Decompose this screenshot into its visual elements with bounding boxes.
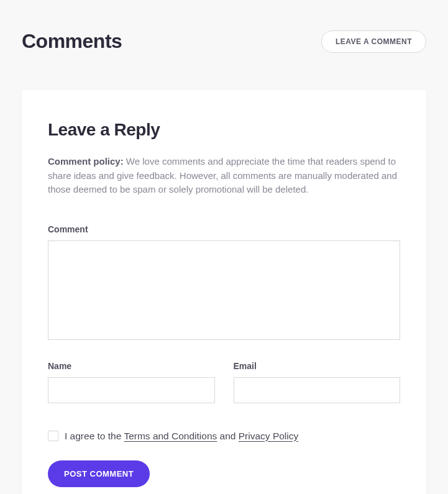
agree-middle: and [217, 431, 238, 441]
email-input[interactable] [234, 377, 401, 403]
policy-label: Comment policy: [48, 156, 124, 167]
name-input[interactable] [48, 377, 215, 403]
comments-title: Comments [22, 30, 122, 53]
comment-label: Comment [48, 224, 400, 234]
agree-checkbox[interactable] [48, 431, 58, 441]
leave-comment-button[interactable]: LEAVE A COMMENT [321, 30, 426, 53]
agree-row: I agree to the Terms and Conditions and … [48, 431, 400, 442]
email-label: Email [234, 361, 401, 371]
comment-textarea[interactable] [48, 240, 400, 340]
name-label: Name [48, 361, 215, 371]
name-col: Name [48, 361, 215, 403]
name-email-row: Name Email [48, 361, 400, 403]
reply-title: Leave a Reply [48, 120, 400, 140]
page-container: Comments LEAVE A COMMENT Leave a Reply C… [0, 0, 448, 494]
terms-link[interactable]: Terms and Conditions [124, 431, 217, 441]
reply-card: Leave a Reply Comment policy: We love co… [22, 90, 426, 494]
header-row: Comments LEAVE A COMMENT [0, 0, 448, 53]
privacy-link[interactable]: Privacy Policy [239, 431, 298, 441]
post-comment-button[interactable]: POST COMMENT [48, 460, 150, 487]
agree-text: I agree to the Terms and Conditions and … [65, 431, 298, 442]
agree-prefix: I agree to the [65, 431, 124, 441]
policy-text: Comment policy: We love comments and app… [48, 155, 400, 197]
email-col: Email [234, 361, 401, 403]
